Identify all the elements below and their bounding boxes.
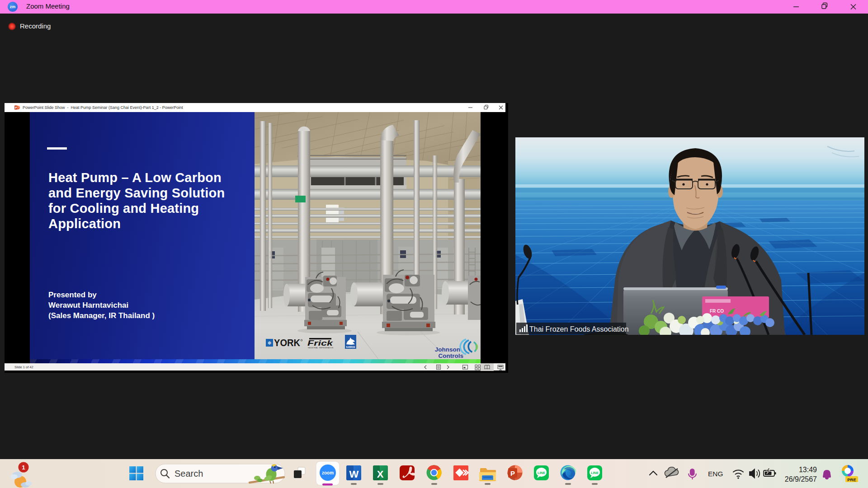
svg-text:PRE: PRE (847, 477, 856, 482)
svg-text:Search: Search (175, 469, 203, 479)
svg-text:SABROE: SABROE (346, 346, 355, 348)
svg-text:YORK: YORK (274, 338, 300, 348)
svg-text:Controls: Controls (439, 352, 464, 359)
svg-text:zoom: zoom (322, 470, 334, 475)
svg-text:W: W (349, 469, 359, 480)
svg-text:Frick: Frick (307, 339, 333, 347)
svg-text:Thai Frozen Foods Association: Thai Frozen Foods Association (529, 325, 629, 333)
svg-text:Johnson: Johnson (435, 346, 460, 353)
svg-text:INDUSTRIAL REFRIGERATION: INDUSTRIAL REFRIGERATION (308, 347, 333, 349)
svg-text:LINE: LINE (591, 471, 599, 475)
svg-text:LINE: LINE (538, 471, 545, 475)
svg-text:❄: ❄ (267, 340, 271, 346)
svg-text:FR CO: FR CO (710, 309, 724, 314)
svg-text:1: 1 (22, 464, 25, 471)
svg-text:X: X (377, 469, 384, 480)
svg-text:P: P (510, 469, 515, 477)
svg-text:26/9/2567: 26/9/2567 (785, 475, 817, 483)
svg-text:13:49: 13:49 (799, 466, 817, 474)
svg-text:P: P (15, 106, 17, 109)
svg-text:ENG: ENG (708, 470, 723, 478)
